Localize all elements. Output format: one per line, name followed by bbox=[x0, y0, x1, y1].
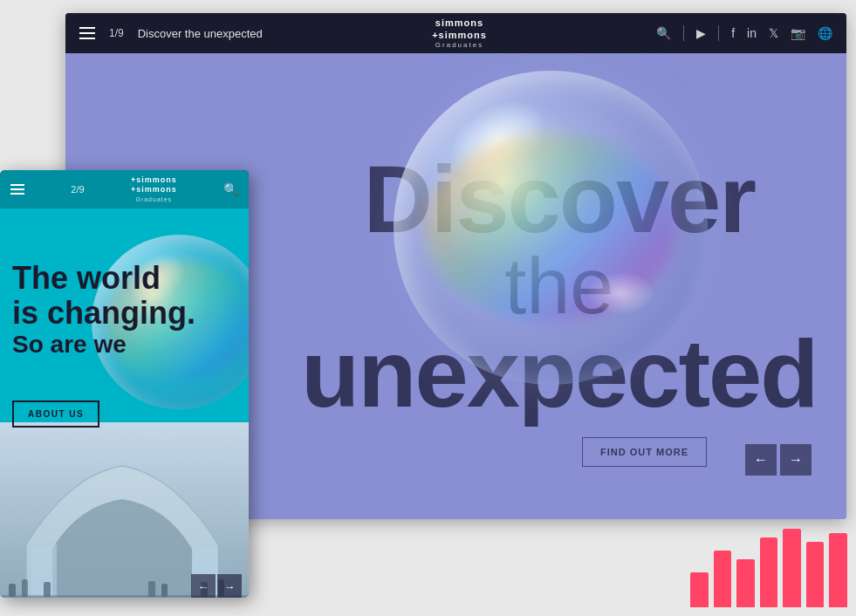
desktop-prev-button[interactable]: ← bbox=[745, 444, 777, 476]
mobile-hero: The world is changing. So are we ABOUT U… bbox=[0, 209, 249, 598]
mobile-slide-counter: 2/9 bbox=[71, 184, 84, 195]
chart-bar-1 bbox=[714, 551, 732, 607]
bubble-reflection bbox=[586, 271, 655, 315]
svg-rect-8 bbox=[148, 581, 155, 597]
desktop-logo-main2: +simmons bbox=[432, 29, 487, 41]
mobile-browser: 2/9 +simmons +simmons Graduates 🔍 The wo… bbox=[0, 170, 249, 598]
mobile-building-image bbox=[0, 422, 249, 598]
bubble-orb bbox=[394, 71, 708, 385]
svg-rect-9 bbox=[161, 584, 168, 597]
desktop-slide-title: Discover the unexpected bbox=[138, 27, 263, 40]
arch-building-svg bbox=[0, 422, 249, 597]
linkedin-icon[interactable]: in bbox=[747, 26, 757, 40]
mobile-prev-button[interactable]: ← bbox=[191, 574, 216, 598]
desktop-topbar: 1/9 Discover the unexpected simmons +sim… bbox=[65, 13, 846, 53]
desktop-nav-arrows: ← → bbox=[745, 444, 811, 476]
mobile-hero-line1: The world bbox=[12, 261, 195, 296]
chart-bar-5 bbox=[806, 542, 825, 607]
desktop-slide-counter: 1/9 bbox=[109, 27, 124, 39]
mobile-hero-line3: So are we bbox=[12, 330, 195, 359]
mobile-hero-text: The world is changing. So are we bbox=[12, 261, 195, 359]
mobile-logo-sub: Graduates bbox=[131, 195, 177, 203]
chart-bar-0 bbox=[690, 572, 709, 607]
mobile-logo-main: +simmons bbox=[131, 175, 177, 186]
mobile-hero-line2: is changing. bbox=[12, 296, 195, 331]
chart-bar-3 bbox=[760, 537, 778, 607]
chart-bar-6 bbox=[829, 533, 847, 607]
mobile-hamburger-icon[interactable] bbox=[10, 184, 24, 195]
desktop-logo: simmons +simmons Graduates bbox=[432, 17, 487, 51]
mobile-search-icon[interactable]: 🔍 bbox=[223, 182, 238, 196]
divider2 bbox=[718, 25, 719, 41]
mobile-topbar: 2/9 +simmons +simmons Graduates 🔍 bbox=[0, 170, 249, 209]
chart-bar-4 bbox=[783, 529, 801, 607]
svg-rect-6 bbox=[22, 579, 28, 597]
globe-icon[interactable]: 🌐 bbox=[818, 26, 832, 40]
instagram-icon[interactable]: 📷 bbox=[791, 26, 805, 40]
mobile-next-button[interactable]: → bbox=[217, 574, 242, 598]
svg-rect-5 bbox=[9, 584, 16, 597]
topbar-center: simmons +simmons Graduates bbox=[432, 17, 487, 51]
desktop-logo-sub: Graduates bbox=[432, 41, 487, 50]
desktop-logo-main: simmons bbox=[432, 17, 487, 29]
chart-bar-2 bbox=[736, 559, 755, 607]
facebook-icon[interactable]: f bbox=[731, 26, 735, 40]
mobile-logo: +simmons +simmons Graduates bbox=[131, 175, 177, 203]
play-icon[interactable]: ▶ bbox=[696, 26, 706, 40]
divider bbox=[683, 25, 684, 41]
svg-rect-7 bbox=[44, 582, 51, 597]
topbar-right: 🔍 ▶ f in 𝕏 📷 🌐 bbox=[656, 25, 832, 41]
hamburger-icon[interactable] bbox=[79, 27, 95, 39]
mobile-about-us-button[interactable]: ABOUT US bbox=[12, 400, 99, 428]
twitter-icon[interactable]: 𝕏 bbox=[769, 26, 778, 40]
desktop-next-button[interactable]: → bbox=[780, 444, 811, 476]
bubble-sphere bbox=[394, 71, 708, 385]
find-out-more-button[interactable]: FIND OUT MORE bbox=[582, 437, 707, 467]
mobile-logo-main2: +simmons bbox=[131, 185, 177, 195]
mobile-nav-arrows: ← → bbox=[191, 574, 242, 598]
search-icon[interactable]: 🔍 bbox=[656, 26, 671, 40]
bottom-chart bbox=[681, 520, 856, 616]
topbar-left: 1/9 Discover the unexpected bbox=[79, 27, 263, 40]
